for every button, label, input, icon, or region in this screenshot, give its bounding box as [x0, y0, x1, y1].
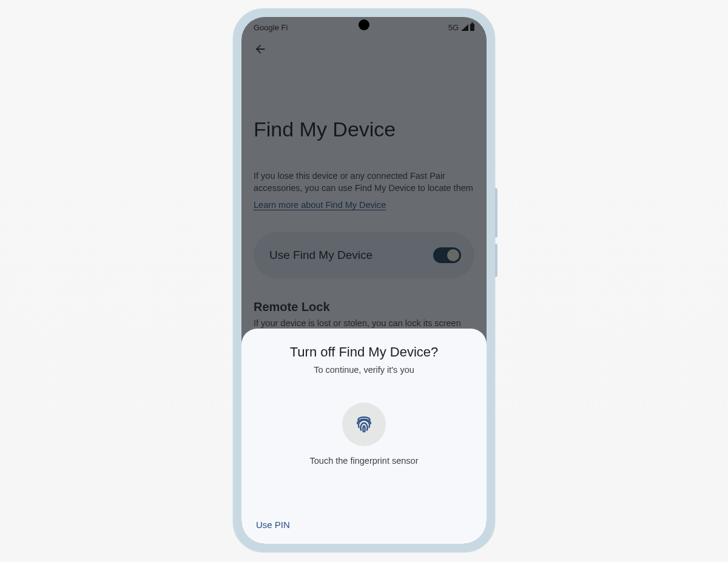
sheet-footer: Use PIN: [254, 520, 474, 535]
fingerprint-sensor[interactable]: [342, 403, 386, 446]
fingerprint-caption: Touch the fingerprint sensor: [310, 456, 419, 466]
stage: Google Fi 5G: [0, 0, 728, 562]
sheet-subtitle: To continue, verify it's you: [314, 365, 414, 375]
fingerprint-icon: [355, 414, 373, 435]
camera-punchhole: [359, 19, 369, 30]
biometric-bottom-sheet: Turn off Find My Device? To continue, ve…: [241, 329, 487, 544]
sheet-title: Turn off Find My Device?: [290, 344, 439, 360]
phone-screen: Google Fi 5G: [241, 17, 487, 544]
phone-frame: Google Fi 5G: [233, 8, 495, 552]
use-pin-button[interactable]: Use PIN: [256, 520, 290, 530]
